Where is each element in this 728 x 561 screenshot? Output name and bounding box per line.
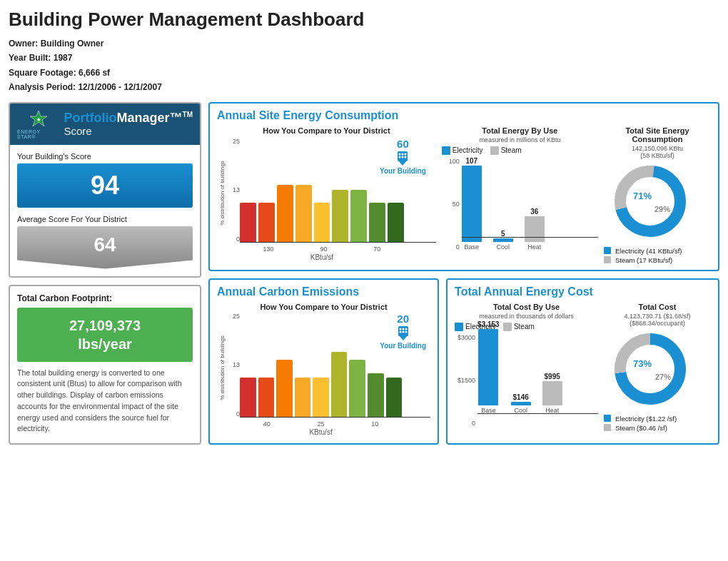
energy-donut-legend: Electricity (41 KBtu/sf) Steam (17 KBtu/… [604, 247, 711, 264]
bar [240, 203, 256, 243]
cost-donut-chart: 73% 27% [604, 330, 697, 408]
cost-section: Total Annual Energy Cost Total Cost By U… [446, 278, 719, 445]
svg-text:★: ★ [36, 117, 41, 122]
svg-point-25 [632, 350, 669, 388]
portfolio-text: PortfolioManager™TM [64, 111, 193, 126]
bottom-row: Annual Carbon Emissions How You Compare … [208, 278, 719, 445]
cost-donut-subtitle: 4,123,730.71 ($1.68/sf)($868.34/occupant… [604, 313, 711, 327]
energy-section-inner: How You Compare to Your District % distr… [217, 126, 711, 264]
score-header: ★ ENERGY STAR® PortfolioManager™TM Score [10, 103, 200, 145]
cost-section-title: Total Annual Energy Cost [455, 285, 711, 298]
bar-group-heat: 36 Heat [525, 208, 545, 251]
svg-text:71%: 71% [633, 191, 652, 201]
energy-y-labels: 25130 [227, 138, 240, 243]
cost-bar-heat: $995 Heat [542, 373, 562, 414]
score-card: ★ ENERGY STAR® PortfolioManager™TM Score… [9, 102, 201, 278]
your-score-value: 94 [17, 163, 193, 208]
bar [314, 203, 330, 243]
carbon-emissions-section: Annual Carbon Emissions How You Compare … [208, 278, 439, 445]
carbon-section-inner: How You Compare to Your District % distr… [217, 303, 430, 438]
energy-star-text: ENERGY STAR® [17, 129, 60, 139]
svg-text:73%: 73% [633, 358, 652, 369]
energy-bars [240, 138, 436, 243]
energy-donut-chart: 71% 29% [604, 162, 697, 241]
bar [277, 185, 293, 243]
avg-score-value: 64 [17, 226, 193, 269]
svg-point-12 [632, 183, 669, 220]
total-energy-title: Total Energy By Use [442, 126, 598, 135]
carbon-bars [240, 313, 430, 418]
carbon-histogram-title: How You Compare to Your District [217, 303, 430, 311]
cost-donut-title: Total Cost [604, 303, 711, 311]
energy-x-labels: 1309070 [240, 246, 436, 253]
cost-bar-base: $3,153 Base [477, 320, 500, 414]
carbon-title: Total Carbon Footprint: [17, 293, 193, 303]
energy-histogram: How You Compare to Your District % distr… [217, 126, 436, 264]
cost-bar-chart: Total Cost By Use measured in thousands … [455, 303, 598, 432]
svg-text:29%: 29% [654, 205, 670, 213]
energy-legend: Electricity Steam [442, 146, 598, 155]
energy-section: Annual Site Energy Consumption How You C… [208, 102, 719, 271]
bar [258, 203, 275, 243]
cost-bar-title: Total Cost By Use [455, 303, 598, 311]
carbon-emissions-title: Annual Carbon Emissions [217, 285, 430, 298]
bar [295, 185, 312, 243]
bar [369, 203, 385, 243]
bar [350, 190, 367, 243]
carbon-value: 27,109,373 lbs/year [17, 308, 193, 362]
energy-x-axis-title: KBtu/sf [240, 253, 436, 261]
your-score-label: Your Building's Score [17, 152, 193, 161]
carbon-histogram: How You Compare to Your District % distr… [217, 303, 430, 438]
cost-bar-subtitle: measured in thousands of dollars [455, 313, 598, 320]
bar [332, 190, 348, 243]
score-body: Your Building's Score 94 Average Score F… [10, 145, 200, 276]
energy-histogram-title: How You Compare to Your District [217, 126, 436, 135]
energy-bar-chart-area: 100500 107 Base 5 [442, 158, 598, 251]
carbon-desc: The total building energy is converted t… [17, 368, 193, 435]
cost-legend: Electricity Steam [455, 323, 598, 331]
energy-star-logo: ★ ENERGY STAR® [17, 109, 60, 139]
total-energy-subtitle: measured in millions of KBtu [442, 136, 598, 143]
energy-donut-subtitle: 142,150,096 KBtu(58 KBtu/sf) [604, 145, 711, 159]
cost-bar-cool: $146 Cool [511, 393, 531, 414]
total-energy-by-use: Total Energy By Use measured in millions… [442, 126, 598, 264]
bar [388, 203, 404, 243]
score-word: Score [64, 125, 193, 137]
right-panel: Annual Site Energy Consumption How You C… [208, 102, 719, 445]
page-title: Building Power Management Dashboard [9, 9, 719, 31]
left-panel: ★ ENERGY STAR® PortfolioManager™TM Score… [9, 102, 201, 445]
portfolio-manager-label: PortfolioManager™TM Score [64, 111, 193, 138]
cost-donut-legend: Electricity ($1.22 /sf) Steam ($0.46 /sf… [604, 415, 711, 432]
svg-text:27%: 27% [655, 373, 671, 381]
bar-group-cool: 5 Cool [493, 230, 513, 251]
carbon-footprint-card: Total Carbon Footprint: 27,109,373 lbs/y… [9, 285, 201, 445]
energy-star-icon: ★ [29, 109, 49, 129]
energy-donut: Total Site Energy Consumption 142,150,09… [604, 126, 711, 264]
energy-y-axis-title: % distribution of buildings [219, 161, 226, 226]
cost-section-inner: Total Cost By Use measured in thousands … [455, 303, 711, 432]
cost-donut: Total Cost 4,123,730.71 ($1.68/sf)($868.… [604, 303, 711, 432]
avg-score-label: Average Score For Your District [17, 215, 193, 223]
cost-bar-area: $3000$15000 $3,153 Base $146 [455, 334, 598, 427]
building-info: Owner: Building Owner Year Built: 1987 S… [9, 36, 719, 95]
energy-section-title: Annual Site Energy Consumption [217, 109, 711, 122]
energy-donut-title: Total Site Energy Consumption [604, 126, 711, 143]
